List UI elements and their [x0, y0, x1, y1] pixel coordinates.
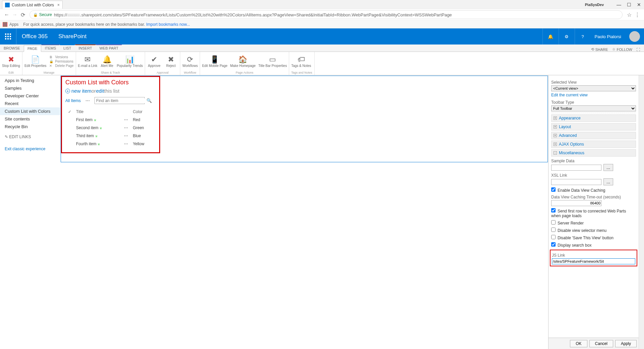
help-button[interactable]: ?: [575, 28, 591, 45]
sample-data-input[interactable]: [551, 165, 601, 171]
edit-properties-button[interactable]: 📄Edit Properties: [24, 55, 47, 68]
product-label[interactable]: SharePoint: [53, 28, 92, 45]
tab-close-icon[interactable]: ×: [57, 3, 60, 7]
nav-item[interactable]: Recent: [0, 100, 60, 107]
fullscreen-button[interactable]: ⛶: [636, 48, 640, 52]
workflows-button[interactable]: ⟳Workflows: [182, 55, 198, 68]
tab-insert[interactable]: INSERT: [75, 45, 96, 52]
plus-icon[interactable]: +: [65, 89, 70, 93]
table-row[interactable]: Fourth item ※⋯Yellow: [66, 140, 155, 148]
edit-mobile-button[interactable]: 📱Edit Mobile Page: [202, 55, 228, 68]
notifications-button[interactable]: 🔔: [542, 28, 559, 45]
disable-save-view-check[interactable]: [551, 235, 556, 239]
item-menu-icon[interactable]: ⋯: [122, 132, 130, 140]
exit-classic-link[interactable]: Exit classic experience: [0, 143, 60, 155]
approve-button[interactable]: ✔Approve: [147, 55, 161, 68]
enable-cache-check[interactable]: [551, 187, 556, 192]
email-link-button[interactable]: ✉E-mail a Link: [78, 55, 98, 68]
expand-misc[interactable]: -Miscellaneous: [551, 149, 636, 157]
popularity-button[interactable]: 📊Popularity Trends: [117, 55, 143, 68]
tab-items[interactable]: ITEMS: [41, 45, 60, 52]
stop-editing-button[interactable]: ✖Stop Editing: [2, 55, 20, 68]
new-item-link[interactable]: new item: [71, 88, 91, 94]
make-homepage-button[interactable]: 🏠Make Homepage: [230, 55, 256, 68]
maximize-button[interactable]: ☐: [624, 2, 634, 7]
user-name[interactable]: Paolo Pialorsi: [591, 34, 626, 39]
view-menu-icon[interactable]: ⋯: [85, 98, 90, 103]
delete-page-button[interactable]: ✕Delete Page: [49, 64, 74, 68]
disable-view-selector-check[interactable]: [551, 228, 556, 232]
titlebar-button[interactable]: ▭Title Bar Properties: [258, 55, 287, 68]
nav-item[interactable]: Developer Center: [0, 92, 60, 100]
nav-item-current[interactable]: Custom List with Colors: [0, 107, 60, 115]
tab-browse[interactable]: BROWSE: [0, 45, 24, 52]
tags-notes-button[interactable]: 🏷Tags & Notes: [291, 55, 311, 68]
new-badge: ※: [94, 118, 96, 122]
brand-label[interactable]: Office 365: [16, 28, 53, 45]
item-menu-icon[interactable]: ⋯: [122, 116, 130, 123]
browser-menu-icon[interactable]: ⋮: [633, 12, 641, 18]
tab-list[interactable]: LIST: [60, 45, 75, 52]
search-icon[interactable]: 🔍: [146, 98, 152, 103]
col-color[interactable]: Color: [131, 108, 155, 115]
tab-webpart[interactable]: WEB PART: [96, 45, 122, 52]
minimize-button[interactable]: —: [614, 2, 624, 7]
back-button[interactable]: ←: [3, 12, 11, 18]
reload-button[interactable]: ⟳: [19, 12, 27, 18]
xsl-link-input[interactable]: [551, 179, 601, 185]
item-menu-icon[interactable]: ⋯: [122, 140, 130, 148]
col-title[interactable]: Title: [74, 108, 121, 115]
alert-me-button[interactable]: 🔔Alert Me: [100, 55, 114, 68]
tab-page[interactable]: PAGE: [24, 45, 41, 52]
close-window-button[interactable]: ✕: [634, 2, 644, 7]
cache-timeout-input[interactable]: [551, 200, 601, 206]
send-first-row-check[interactable]: [551, 208, 556, 212]
search-input[interactable]: [96, 98, 146, 103]
follow-button[interactable]: ☆FOLLOW: [612, 47, 632, 52]
view-all-items[interactable]: All Items: [65, 98, 81, 103]
expand-ajax[interactable]: +AJAX Options: [551, 141, 636, 148]
edit-view-link[interactable]: Edit the current view: [551, 93, 636, 97]
expand-appearance[interactable]: +Appearance: [551, 114, 636, 122]
expand-advanced[interactable]: +Advanced: [551, 132, 636, 139]
edit-list-link[interactable]: edit: [96, 88, 104, 94]
sample-data-browse[interactable]: ...: [603, 164, 613, 171]
col-check[interactable]: ✓: [66, 108, 73, 115]
nav-item[interactable]: Site contents: [0, 115, 60, 123]
app-launcher-button[interactable]: [0, 28, 16, 45]
suite-bar: Office 365 SharePoint 🔔 ⚙ ? Paolo Pialor…: [0, 28, 644, 45]
browser-tab[interactable]: Custom List with Colors ×: [2, 1, 63, 9]
import-bookmarks-link[interactable]: Import bookmarks now...: [146, 22, 190, 27]
item-menu-icon[interactable]: ⋯: [122, 124, 130, 132]
nav-item[interactable]: Samples: [0, 84, 60, 92]
search-box[interactable]: 🔍: [94, 97, 145, 104]
sync-button[interactable]: ⟲SHARE: [591, 47, 608, 52]
versions-button[interactable]: 🗎Versions: [49, 55, 74, 59]
scrollbar[interactable]: [639, 75, 644, 349]
table-row[interactable]: Third item ※⋯Blue: [66, 132, 155, 140]
edit-links-button[interactable]: ✎ EDIT LINKS: [0, 130, 60, 143]
display-search-check[interactable]: [551, 242, 556, 247]
selected-view-select[interactable]: <Current view>: [551, 85, 636, 91]
xsl-link-browse[interactable]: ...: [603, 178, 613, 185]
js-link-input[interactable]: [552, 258, 635, 264]
reject-button[interactable]: ✖Reject: [164, 55, 178, 68]
address-bar[interactable]: Secure https://xxxxxx.sharepoint.com/sit…: [29, 10, 623, 19]
cancel-button[interactable]: Cancel: [589, 340, 613, 347]
apply-button[interactable]: Apply: [615, 340, 637, 347]
toolbar-type-select[interactable]: Full Toolbar: [551, 105, 636, 111]
settings-button[interactable]: ⚙: [559, 28, 575, 45]
expand-layout[interactable]: +Layout: [551, 123, 636, 130]
bookmark-star-icon[interactable]: ☆: [625, 12, 633, 18]
permissions-button[interactable]: 🔒Permissions: [49, 59, 74, 64]
server-render-check[interactable]: [551, 220, 556, 225]
user-avatar[interactable]: [629, 31, 640, 42]
table-row[interactable]: Second item ※⋯Green: [66, 124, 155, 132]
ok-button[interactable]: OK: [570, 340, 587, 347]
forward-button[interactable]: →: [11, 12, 19, 18]
nav-item[interactable]: Apps in Testing: [0, 77, 60, 84]
nav-item[interactable]: Recycle Bin: [0, 123, 60, 130]
webpart-zone[interactable]: Custom List with Colors + new item or ed…: [61, 76, 548, 162]
apps-button[interactable]: Apps: [3, 22, 18, 27]
table-row[interactable]: First item ※⋯Red: [66, 116, 155, 123]
